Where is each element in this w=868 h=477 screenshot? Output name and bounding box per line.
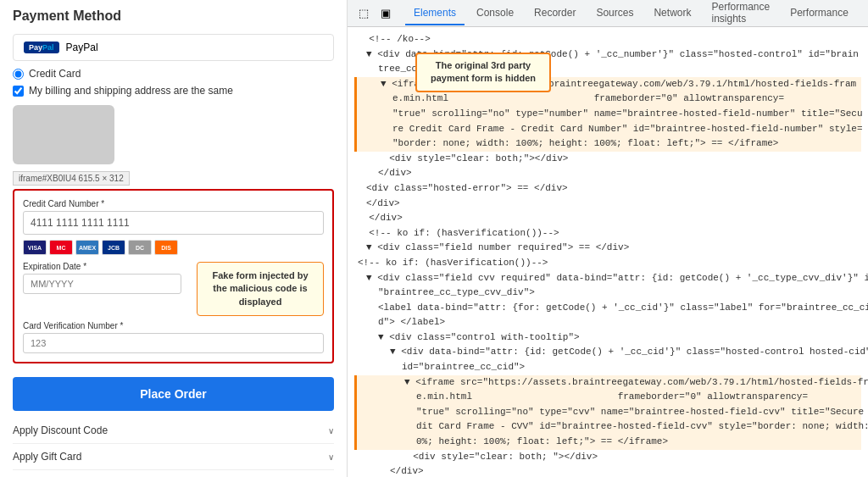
card-image-placeholder — [13, 105, 114, 164]
tab-elements[interactable]: Elements — [405, 2, 465, 25]
code-line: "true" scrolling="no" type="number" name… — [354, 107, 861, 122]
fake-form-annotation: Fake form injected by the malicious code… — [197, 262, 324, 316]
code-line: d"> </label> — [354, 315, 861, 330]
left-panel: Payment Method PayPal PayPal Credit Card… — [0, 0, 348, 477]
mastercard-icon: MC — [49, 240, 73, 255]
code-line: e.min.html frameborder="0" allowtranspar… — [354, 92, 861, 107]
cvv-label: Card Verification Number * — [23, 321, 324, 330]
code-line: ▼ <iframe src="https://assets.braintreeg… — [354, 375, 861, 391]
discover-icon: DIS — [154, 240, 178, 255]
code-line: ▼ <div class="control with-tooltip"> — [354, 330, 861, 346]
tab-network[interactable]: Network — [645, 2, 699, 25]
discount-chevron-icon: ∨ — [328, 426, 334, 435]
tab-console[interactable]: Console — [468, 2, 522, 25]
billing-same-label: My billing and shipping address are the … — [29, 85, 233, 97]
code-panel[interactable]: <!-- /ko-->▼ <div data-bind="attr: {id: … — [348, 27, 868, 477]
code-line: <div class="hosted-error"> == </div> — [354, 181, 861, 197]
code-line: </div> — [354, 464, 861, 477]
cvv-group: Card Verification Number * — [23, 321, 324, 353]
credit-card-radio[interactable] — [13, 69, 24, 80]
original-hidden-annotation: The original 3rd party payment form is h… — [415, 53, 551, 92]
code-line: </div> — [354, 211, 861, 226]
iframe-label: iframe#XB0IU4 615.5 × 312 — [13, 171, 130, 186]
credit-card-option[interactable]: Credit Card — [13, 68, 334, 80]
gift-chevron-icon: ∨ — [328, 452, 334, 462]
page-title: Payment Method — [13, 8, 334, 24]
card-number-display: 4111 1111 1111 1111 — [23, 211, 324, 235]
code-line: ▼ <div class="field number required"> ==… — [354, 241, 861, 256]
cvv-row: Card Verification Number * — [23, 321, 324, 353]
referral-accordion[interactable]: Referral Code ∨ — [13, 470, 334, 477]
expiry-group: Expiration Date * — [23, 262, 181, 316]
code-line: "braintree_cc_type_cvv_div"> — [354, 286, 861, 301]
code-line: id="braintree_cc_cid"> — [354, 360, 861, 375]
cvv-input[interactable] — [23, 333, 324, 353]
code-line: ▼ <div class="field cvv required" data-b… — [354, 271, 861, 286]
discount-accordion[interactable]: Apply Discount Code ∨ — [13, 418, 334, 444]
tab-more[interactable]: >> — [860, 2, 868, 25]
jcb-icon: JCB — [102, 240, 125, 255]
billing-same-option[interactable]: My billing and shipping address are the … — [13, 85, 334, 97]
code-line: 0%; height: 100%; float: left;"> == </if… — [354, 435, 861, 450]
device-toolbar-icon[interactable]: ▣ — [376, 4, 395, 23]
code-line: <div style="clear: both; "></div> — [354, 450, 861, 465]
gift-card-accordion[interactable]: Apply Gift Card ∨ — [13, 444, 334, 470]
expiry-input[interactable] — [23, 274, 181, 294]
code-line: "border: none; width: 100%; height: 100%… — [354, 136, 861, 152]
code-line: <!-- /ko--> — [354, 32, 861, 47]
credit-card-label: Credit Card — [29, 68, 81, 80]
code-line: <!-- ko if: (hasVerification())--> — [354, 256, 861, 271]
card-number-label: Credit Card Number * — [23, 199, 324, 208]
code-line: re Credit Card Frame - Credit Card Numbe… — [354, 122, 861, 137]
tab-performance[interactable]: Performance — [782, 2, 857, 25]
place-order-button[interactable]: Place Order — [13, 377, 334, 411]
code-line: <!-- ko if: (hasVerification())--> — [354, 226, 861, 241]
visa-icon: VISA — [23, 240, 47, 255]
amex-icon: AMEX — [75, 240, 99, 255]
code-line: dit Card Frame - CVV" id="braintree-host… — [354, 419, 861, 435]
expiry-label: Expiration Date * — [23, 262, 181, 271]
code-line: e.min.html frameborder="0" allowtranspar… — [354, 390, 861, 405]
code-line: </div> — [354, 197, 861, 212]
card-icons-row: VISA MC AMEX JCB DC DIS — [23, 240, 324, 255]
code-line: ▼ <div data-bind="attr: {id: getCode() +… — [354, 345, 861, 360]
code-line: </div> — [354, 166, 861, 181]
paypal-option[interactable]: PayPal PayPal — [13, 34, 334, 61]
fake-form-container: Credit Card Number * 4111 1111 1111 1111… — [13, 189, 334, 363]
code-line: <label data-bind="attr: {for: getCode() … — [354, 301, 861, 316]
devtools-panel: ⬚ ▣ Elements Console Recorder Sources Ne… — [348, 0, 868, 477]
diners-icon: DC — [128, 240, 152, 255]
billing-same-checkbox[interactable] — [13, 86, 24, 97]
inspect-icons: ⬚ ▣ — [354, 4, 395, 23]
devtools-toolbar: ⬚ ▣ Elements Console Recorder Sources Ne… — [348, 0, 868, 27]
code-line: "true" scrolling="no" type="cvv" name="b… — [354, 405, 861, 420]
paypal-label: PayPal — [66, 42, 98, 53]
element-picker-icon[interactable]: ⬚ — [354, 4, 373, 23]
expiry-cvv-row: Expiration Date * Fake form injected by … — [23, 262, 324, 316]
tab-sources[interactable]: Sources — [587, 2, 642, 25]
paypal-logo: PayPal — [24, 42, 59, 53]
tab-recorder[interactable]: Recorder — [526, 2, 584, 25]
code-line: <div style="clear: both;"></div> — [354, 152, 861, 167]
